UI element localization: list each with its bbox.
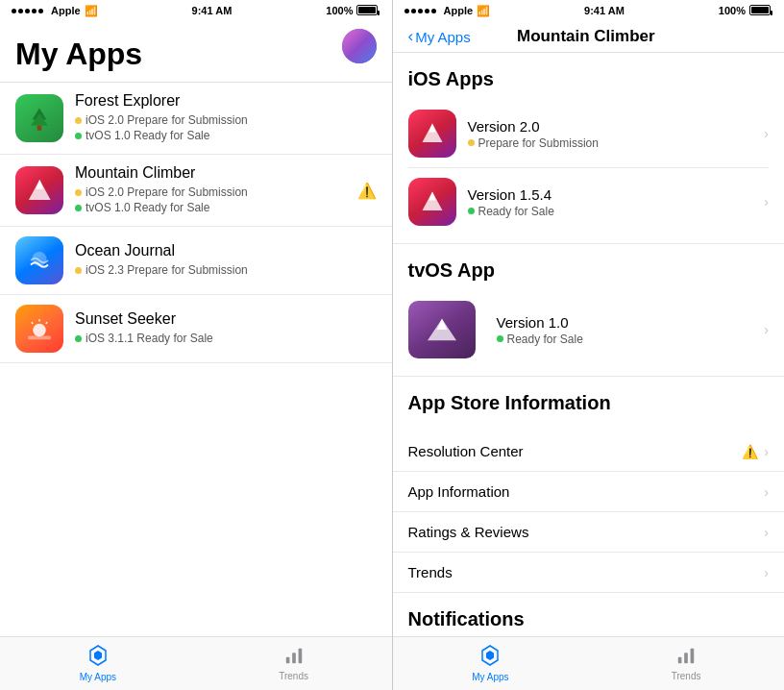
app-name-ocean: Ocean Journal bbox=[75, 242, 377, 259]
app-status-forest-ios: iOS 2.0 Prepare for Submission bbox=[75, 113, 377, 127]
tvos-status-text: Ready for Sale bbox=[507, 333, 583, 346]
trends-tab-icon bbox=[283, 645, 305, 669]
svg-rect-22 bbox=[691, 648, 695, 663]
status-dot-green-2 bbox=[75, 205, 82, 211]
signal-dot-4 bbox=[32, 9, 37, 13]
version-item-ios-20[interactable]: Version 2.0 Prepare for Submission › bbox=[408, 100, 770, 168]
notifications-section: Notifications bbox=[393, 593, 785, 636]
right-tab-bar: My Apps Trends bbox=[393, 636, 785, 690]
app-status-mountain-tvos: tvOS 1.0 Ready for Sale bbox=[75, 201, 346, 214]
app-status-forest-tvos: tvOS 1.0 Ready for Sale bbox=[75, 129, 377, 142]
status-dot-yellow-3 bbox=[75, 267, 82, 274]
chevron-right-icon-2: › bbox=[764, 194, 769, 209]
app-name-sunset: Sunset Seeker bbox=[75, 310, 377, 328]
ratings-reviews-item[interactable]: Ratings & Reviews › bbox=[393, 512, 785, 553]
tvos-status-dot-green bbox=[497, 335, 503, 342]
right-time: 9:41 AM bbox=[584, 5, 625, 16]
forest-icon-svg bbox=[25, 104, 54, 133]
right-my-apps-tab-icon bbox=[478, 644, 502, 670]
version-status-text-ios-20: Prepare for Submission bbox=[478, 136, 599, 150]
list-item[interactable]: Ocean Journal iOS 2.3 Prepare for Submis… bbox=[0, 227, 392, 295]
svg-marker-4 bbox=[36, 180, 43, 189]
tab-trends[interactable]: Trends bbox=[196, 643, 392, 682]
app-icon-mountain bbox=[15, 166, 63, 214]
app-list: Forest Explorer iOS 2.0 Prepare for Subm… bbox=[0, 83, 392, 363]
tab-trends-right[interactable]: Trends bbox=[588, 643, 784, 682]
r-signal-dot-2 bbox=[411, 9, 416, 13]
app-name-forest: Forest Explorer bbox=[75, 92, 377, 110]
version-status-ios-20: Prepare for Submission bbox=[468, 136, 753, 150]
app-store-list: Resolution Center ⚠️ › App Information ›… bbox=[393, 431, 785, 593]
status-text-forest-tvos: tvOS 1.0 Ready for Sale bbox=[86, 129, 209, 142]
list-item[interactable]: Forest Explorer iOS 2.0 Prepare for Subm… bbox=[0, 83, 392, 155]
left-carrier: Apple bbox=[51, 5, 81, 16]
app-information-label: App Information bbox=[408, 483, 765, 500]
version-info-ios-20: Version 2.0 Prepare for Submission bbox=[468, 118, 753, 150]
svg-rect-2 bbox=[37, 126, 42, 131]
resolution-center-label: Resolution Center bbox=[408, 443, 743, 459]
version-item-ios-154[interactable]: Version 1.5.4 Ready for Sale › bbox=[408, 168, 770, 235]
svg-rect-7 bbox=[28, 336, 51, 340]
list-item[interactable]: Mountain Climber iOS 2.0 Prepare for Sub… bbox=[0, 155, 392, 227]
warning-icon: ⚠️ bbox=[357, 182, 377, 200]
avatar[interactable] bbox=[342, 29, 377, 63]
list-item[interactable]: Sunset Seeker iOS 3.1.1 Ready for Sale bbox=[0, 295, 392, 363]
app-info-mountain: Mountain Climber iOS 2.0 Prepare for Sub… bbox=[75, 164, 346, 216]
right-carrier: Apple bbox=[444, 5, 474, 16]
app-info-sunset: Sunset Seeker iOS 3.1.1 Ready for Sale bbox=[75, 310, 377, 347]
status-dot-yellow-2 bbox=[75, 189, 82, 196]
app-list-container: Forest Explorer iOS 2.0 Prepare for Subm… bbox=[0, 83, 392, 636]
resolution-warning-icon: ⚠️ bbox=[742, 444, 758, 459]
version-status-ios-154: Ready for Sale bbox=[468, 205, 753, 218]
status-text-mountain-ios: iOS 2.0 Prepare for Submission bbox=[86, 185, 248, 199]
resolution-center-item[interactable]: Resolution Center ⚠️ › bbox=[393, 431, 785, 472]
svg-rect-13 bbox=[298, 648, 302, 663]
left-nav-bar: My Apps bbox=[0, 21, 392, 83]
trends-label: Trends bbox=[408, 564, 765, 580]
version-info-tvos-10: Version 1.0 Ready for Sale bbox=[497, 314, 753, 346]
signal-dot-5 bbox=[38, 9, 43, 13]
svg-line-10 bbox=[32, 322, 34, 324]
left-time: 9:41 AM bbox=[192, 5, 233, 16]
notifications-title: Notifications bbox=[393, 593, 785, 636]
app-information-item[interactable]: App Information › bbox=[393, 472, 785, 512]
app-store-title: App Store Information bbox=[393, 377, 785, 422]
app-store-info-section: App Store Information Resolution Center … bbox=[393, 377, 785, 593]
mountain-icon-svg bbox=[24, 175, 56, 207]
chevron-right-resolution: › bbox=[764, 444, 769, 459]
left-status-right: 100% bbox=[326, 5, 380, 17]
version-number-ios-154: Version 1.5.4 bbox=[468, 186, 753, 203]
right-signal-dots bbox=[404, 9, 436, 13]
right-status-left: Apple 📶 bbox=[404, 5, 491, 17]
back-label: My Apps bbox=[415, 29, 471, 45]
right-tab-my-apps-label: My Apps bbox=[472, 672, 508, 682]
right-tab-trends-label: Trends bbox=[672, 671, 701, 681]
trends-item[interactable]: Trends › bbox=[393, 553, 785, 592]
left-status-left: Apple 📶 bbox=[12, 5, 98, 17]
tab-trends-label: Trends bbox=[279, 671, 308, 681]
status-text-ocean-ios: iOS 2.3 Prepare for Submission bbox=[86, 263, 248, 277]
signal-dots bbox=[12, 9, 43, 13]
status-dot-green bbox=[75, 133, 82, 139]
tab-my-apps-label: My Apps bbox=[80, 672, 116, 682]
ios-apps-section: iOS Apps Version 2.0 Prepare for Submiss… bbox=[393, 53, 785, 244]
left-battery-pct: 100% bbox=[326, 5, 353, 16]
svg-marker-17 bbox=[429, 192, 436, 201]
tab-my-apps[interactable]: My Apps bbox=[0, 643, 196, 682]
signal-dot-1 bbox=[12, 9, 16, 13]
mountain-icon-ios-20 bbox=[408, 110, 456, 158]
tab-my-apps-right[interactable]: My Apps bbox=[393, 643, 589, 682]
detail-nav-title: Mountain Climber bbox=[471, 27, 701, 46]
chevron-right-trends: › bbox=[764, 565, 769, 580]
my-apps-tab-icon bbox=[86, 644, 110, 670]
tvos-icon bbox=[408, 301, 476, 358]
app-status-sunset-ios: iOS 3.1.1 Ready for Sale bbox=[75, 332, 377, 345]
r-signal-dot-4 bbox=[425, 9, 429, 13]
right-trends-tab-icon bbox=[675, 645, 697, 669]
svg-point-6 bbox=[33, 324, 46, 337]
back-button[interactable]: ‹ My Apps bbox=[408, 27, 471, 46]
right-wifi-icon: 📶 bbox=[477, 5, 490, 17]
ratings-reviews-label: Ratings & Reviews bbox=[408, 524, 765, 540]
version-item-tvos-10[interactable]: Version 1.0 Ready for Sale › bbox=[408, 291, 770, 368]
chevron-right-icon-3: › bbox=[764, 322, 769, 337]
